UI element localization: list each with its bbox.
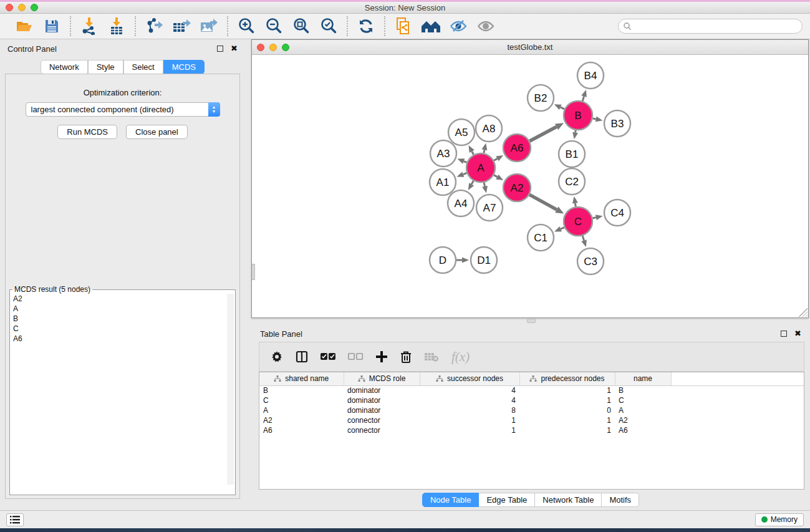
- close-panel-button[interactable]: Close panel: [126, 125, 188, 139]
- graph-node-B4[interactable]: B4: [577, 62, 604, 89]
- tab-network[interactable]: Network: [41, 60, 88, 74]
- table-cell[interactable]: 1: [519, 395, 615, 405]
- graph-node-A6[interactable]: A6: [503, 134, 531, 162]
- export-table-icon[interactable]: [171, 16, 192, 36]
- network-canvas[interactable]: B4B2BB3A8A5A6A3B1AA1C2A2A4A7C4CC1DD1C3: [252, 55, 808, 317]
- edge-B-B1[interactable]: [576, 130, 576, 133]
- float-panel-icon[interactable]: [217, 46, 223, 52]
- edge-A-A8[interactable]: [484, 150, 485, 153]
- canvas-left-handle[interactable]: [252, 264, 255, 280]
- graph-node-A1[interactable]: A1: [430, 169, 456, 195]
- graph-node-A8[interactable]: A8: [476, 115, 502, 142]
- graph-node-C4[interactable]: C4: [604, 200, 630, 226]
- edge-A-A6[interactable]: [494, 158, 497, 160]
- result-item[interactable]: A2: [10, 294, 235, 304]
- table-cell[interactable]: dominator: [344, 395, 420, 405]
- graph-node-A4[interactable]: A4: [448, 190, 474, 216]
- export-image-icon[interactable]: [198, 16, 219, 36]
- graph-node-C2[interactable]: C2: [559, 168, 585, 195]
- edge-A-A5[interactable]: [472, 152, 474, 155]
- split-divider-handle[interactable]: [527, 319, 536, 323]
- tab-mcds[interactable]: MCDS: [163, 60, 205, 74]
- edge-C-C3[interactable]: [582, 236, 584, 241]
- result-item[interactable]: C: [10, 324, 235, 334]
- tab-select[interactable]: Select: [123, 60, 163, 74]
- edge-A-A7[interactable]: [484, 182, 485, 186]
- table-cell[interactable]: dominator: [344, 385, 420, 395]
- graph-node-D1[interactable]: D1: [471, 247, 497, 273]
- zoom-fit-icon[interactable]: [291, 16, 312, 36]
- import-network-icon[interactable]: [79, 16, 100, 36]
- edge-C-C2[interactable]: [575, 203, 576, 207]
- select-all-columns-icon[interactable]: [321, 352, 335, 361]
- refresh-layout-icon[interactable]: [355, 16, 377, 36]
- home-layout-icon[interactable]: [420, 16, 441, 36]
- table-row[interactable]: A6connector11A6: [259, 425, 804, 435]
- memory-button[interactable]: Memory: [755, 513, 804, 526]
- table-row[interactable]: Adominator80A: [259, 405, 804, 415]
- search-input[interactable]: [632, 22, 802, 31]
- table-cell[interactable]: A: [259, 405, 344, 415]
- table-cell[interactable]: B: [615, 385, 671, 395]
- table-cell[interactable]: dominator: [344, 405, 420, 415]
- graph-node-D[interactable]: D: [430, 247, 456, 273]
- table-cell[interactable]: A6: [259, 425, 344, 435]
- edge-A-A4[interactable]: [471, 181, 473, 185]
- table-cell[interactable]: connector: [344, 425, 420, 435]
- table-cell[interactable]: 4: [420, 385, 519, 395]
- zoom-out-icon[interactable]: [263, 16, 284, 36]
- tab-edge-table[interactable]: Edge Table: [479, 493, 535, 507]
- node-table[interactable]: shared nameMCDS rolesuccessor nodesprede…: [259, 372, 804, 490]
- minimize-window-button[interactable]: [18, 4, 26, 11]
- column-header-successor-nodes[interactable]: successor nodes: [420, 372, 519, 385]
- table-close-icon[interactable]: ✖: [794, 331, 801, 337]
- graph-node-C[interactable]: C: [564, 207, 592, 236]
- table-row[interactable]: Bdominator41B: [259, 385, 804, 395]
- delete-column-icon[interactable]: [400, 351, 412, 363]
- table-cell[interactable]: connector: [344, 415, 420, 425]
- tab-style[interactable]: Style: [88, 60, 123, 74]
- table-cell[interactable]: A: [615, 405, 671, 415]
- hide-details-icon[interactable]: [448, 16, 469, 36]
- mcds-result-list[interactable]: A2ABCA6: [10, 294, 235, 485]
- tab-motifs[interactable]: Motifs: [602, 493, 639, 507]
- table-cell[interactable]: A2: [259, 415, 344, 425]
- close-panel-icon[interactable]: ✖: [231, 46, 238, 52]
- table-cell[interactable]: B: [259, 385, 344, 395]
- clone-network-icon[interactable]: [393, 16, 414, 36]
- zoom-in-icon[interactable]: [236, 16, 257, 36]
- edge-A2-C[interactable]: [529, 195, 557, 210]
- task-history-button[interactable]: [6, 513, 24, 526]
- show-columns-icon[interactable]: [296, 351, 308, 363]
- graph-node-A3[interactable]: A3: [430, 140, 456, 167]
- window-resize-grip[interactable]: [799, 308, 808, 317]
- graph-node-B1[interactable]: B1: [559, 141, 585, 167]
- edge-B-B2[interactable]: [561, 107, 565, 109]
- tab-node-table[interactable]: Node Table: [422, 493, 480, 507]
- result-item[interactable]: A: [10, 304, 235, 314]
- table-cell[interactable]: 1: [519, 425, 615, 435]
- network-window-titlebar[interactable]: testGlobe.txt: [252, 40, 808, 55]
- edge-A-A3[interactable]: [464, 162, 467, 163]
- network-minimize-button[interactable]: [269, 44, 277, 51]
- open-file-icon[interactable]: [14, 16, 35, 36]
- table-cell[interactable]: 1: [420, 425, 519, 435]
- table-cell[interactable]: A2: [615, 415, 671, 425]
- column-header-predecessor-nodes[interactable]: predecessor nodes: [519, 372, 615, 385]
- table-row[interactable]: A2connector11A2: [259, 415, 804, 425]
- graph-node-A5[interactable]: A5: [448, 119, 475, 145]
- table-cell[interactable]: 1: [519, 385, 615, 395]
- add-column-icon[interactable]: [375, 351, 388, 363]
- edge-C-C4[interactable]: [592, 218, 595, 218]
- graph-node-B2[interactable]: B2: [528, 85, 554, 111]
- close-window-button[interactable]: [6, 4, 13, 11]
- table-cell[interactable]: 8: [420, 405, 519, 415]
- show-details-icon[interactable]: [475, 16, 496, 36]
- network-maximize-button[interactable]: [282, 44, 289, 51]
- table-cell[interactable]: 1: [519, 415, 615, 425]
- table-cell[interactable]: 1: [420, 415, 519, 425]
- tab-network-table[interactable]: Network Table: [535, 493, 602, 507]
- deselect-all-columns-icon[interactable]: [348, 352, 363, 361]
- optimization-dropdown[interactable]: largest connected component (directed) ▲…: [26, 102, 220, 117]
- table-cell[interactable]: A6: [615, 425, 671, 435]
